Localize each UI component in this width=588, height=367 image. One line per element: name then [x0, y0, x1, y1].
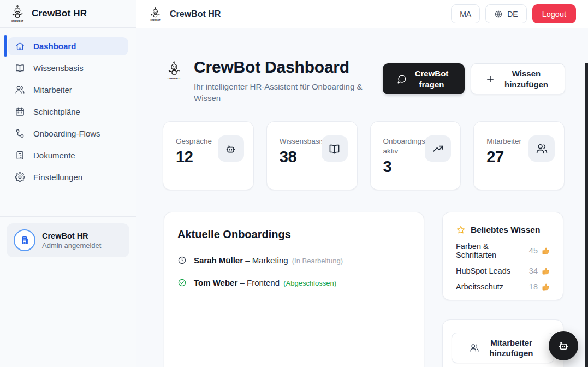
list-item[interactable]: Arbeitsschutz 18 — [456, 282, 550, 291]
sidebar-logo: CrewBot HR — [0, 0, 136, 28]
sidebar-footer: CrewBot HR Admin angemeldet — [0, 216, 136, 264]
onboarding-name: Sarah Müller — [194, 256, 243, 265]
sidebar-item-label: Dashboard — [33, 42, 76, 51]
sidebar-item-label: Mitarbeiter — [33, 85, 72, 94]
crewbot-mascot-icon — [165, 60, 183, 81]
document-icon — [15, 150, 25, 161]
sidebar-app-title: CrewBot HR — [32, 8, 87, 19]
flow-icon — [15, 128, 25, 139]
main-content: CrewBot Dashboard Ihr intelligenter HR-A… — [136, 28, 588, 367]
sidebar-item-dokumente[interactable]: Dokumente — [8, 146, 128, 164]
trending-up-icon — [432, 143, 444, 155]
sidebar-item-label: Einstellungen — [33, 173, 82, 182]
users-icon — [470, 343, 479, 353]
book-icon — [15, 63, 25, 73]
header-actions: MA DE Logout — [451, 4, 576, 23]
account-card[interactable]: CrewBot HR Admin angemeldet — [7, 223, 129, 257]
sidebar-item-onboarding-flows[interactable]: Onboarding-Flows — [8, 125, 128, 143]
sidebar-item-label: Wissensbasis — [33, 63, 84, 73]
hero-actions: CrewBot fragen Wissen hinzufügen — [383, 63, 565, 94]
crewbot-mascot-icon — [149, 6, 162, 22]
list-item[interactable]: HubSpot Leads 34 — [456, 267, 550, 275]
clock-icon — [177, 256, 187, 265]
building-icon — [19, 235, 30, 246]
globe-icon — [494, 10, 503, 19]
popular-title: Beliebtes Wissen — [471, 225, 540, 235]
separator: – — [245, 256, 250, 265]
users-icon — [536, 143, 548, 155]
status-badge: (Abgeschlossen) — [283, 279, 336, 287]
stat-card-wissensbasis: Wissensbasis 38 — [266, 121, 358, 190]
star-icon — [456, 225, 466, 235]
stat-card-onboardings-aktiv: Onboardings aktiv 3 — [370, 121, 461, 190]
sidebar-item-wissensbasis[interactable]: Wissensbasis — [8, 59, 128, 77]
ask-crewbot-label: CrewBot fragen — [413, 68, 451, 90]
thumbs-up-icon — [542, 267, 550, 275]
current-onboardings-card: Aktuelle Onboardings Sarah Müller – Mark… — [164, 212, 424, 367]
onboardings-title: Aktuelle Onboardings — [177, 228, 411, 241]
gear-icon — [15, 172, 25, 182]
home-icon — [15, 41, 25, 51]
chat-bubble-icon — [397, 74, 407, 84]
user-initials-button[interactable]: MA — [451, 4, 480, 23]
sidebar-item-label: Dokumente — [33, 151, 75, 160]
sidebar-item-dashboard[interactable]: Dashboard — [8, 37, 128, 55]
quick-actions-card: Mitarbeiter hinzufügen — [442, 319, 563, 367]
separator: – — [240, 278, 244, 287]
like-count: 18 — [529, 282, 538, 291]
sidebar: CrewBot HR Dashboard Wissensbasis Mitarb… — [0, 0, 136, 367]
stat-card-mitarbeiter: Mitarbeiter 27 — [473, 121, 565, 190]
page-title: CrewBot Dashboard — [194, 58, 374, 76]
crewbot-mascot-icon — [9, 4, 26, 23]
scrollbar[interactable] — [585, 63, 588, 367]
sidebar-nav: Dashboard Wissensbasis Mitarbeiter Schic… — [0, 28, 136, 190]
list-item[interactable]: Tom Weber – Frontend (Abgeschlossen) — [177, 278, 411, 287]
thumbs-up-icon — [542, 247, 550, 255]
knowledge-label: Arbeitsschutz — [456, 282, 503, 291]
onboarding-name: Tom Weber — [194, 278, 237, 287]
list-item[interactable]: Sarah Müller – Marketing (In Bearbeitung… — [177, 256, 411, 265]
knowledge-label: HubSpot Leads — [456, 267, 510, 275]
add-knowledge-button[interactable]: Wissen hinzufügen — [471, 63, 565, 94]
robot-head-icon — [224, 143, 237, 155]
crewbot-fab-button[interactable] — [549, 331, 578, 360]
sidebar-item-schichtplaene[interactable]: Schichtpläne — [8, 103, 128, 121]
language-label: DE — [507, 10, 518, 19]
logout-button[interactable]: Logout — [532, 4, 576, 23]
sidebar-item-label: Schichtpläne — [33, 107, 80, 116]
account-title: CrewBot HR — [42, 232, 101, 240]
sidebar-item-mitarbeiter[interactable]: Mitarbeiter — [8, 81, 128, 99]
status-badge: (In Bearbeitung) — [292, 257, 343, 265]
stats-row: Gespräche 12 Wissensbasis 38 Onboardings… — [163, 121, 565, 190]
account-subtitle: Admin angemeldet — [42, 241, 101, 250]
header-app-title: CrewBot HR — [170, 9, 221, 19]
add-employee-label: Mitarbeiter hinzufügen — [486, 338, 537, 358]
add-employee-button[interactable]: Mitarbeiter hinzufügen — [452, 333, 554, 363]
sidebar-item-einstellungen[interactable]: Einstellungen — [8, 168, 128, 186]
account-avatar — [14, 229, 35, 251]
like-count: 45 — [529, 246, 538, 255]
thumbs-up-icon — [542, 283, 550, 291]
ask-crewbot-button[interactable]: CrewBot fragen — [383, 63, 465, 94]
onboarding-department: Marketing — [252, 256, 288, 265]
plus-icon — [485, 74, 495, 84]
language-button[interactable]: DE — [485, 4, 526, 23]
robot-head-icon — [557, 339, 570, 352]
check-circle-icon — [177, 278, 187, 287]
add-knowledge-label: Wissen hinzufügen — [502, 68, 550, 90]
like-count: 34 — [529, 267, 538, 275]
stat-card-gespraeche: Gespräche 12 — [163, 121, 254, 190]
users-icon — [15, 85, 25, 95]
calendar-icon — [15, 106, 25, 117]
hero: CrewBot Dashboard Ihr intelligenter HR-A… — [194, 58, 374, 104]
popular-knowledge-card: Beliebtes Wissen Farben & Schriftarten 4… — [442, 212, 563, 300]
sidebar-item-label: Onboarding-Flows — [33, 129, 100, 138]
knowledge-label: Farben & Schriftarten — [456, 242, 529, 259]
top-header: CrewBot HR MA DE Logout — [136, 0, 588, 28]
onboarding-department: Frontend — [247, 278, 280, 287]
book-icon — [328, 143, 341, 155]
page-subtitle: Ihr intelligenter HR-Assistent für Onboa… — [194, 81, 369, 104]
list-item[interactable]: Farben & Schriftarten 45 — [456, 242, 550, 259]
